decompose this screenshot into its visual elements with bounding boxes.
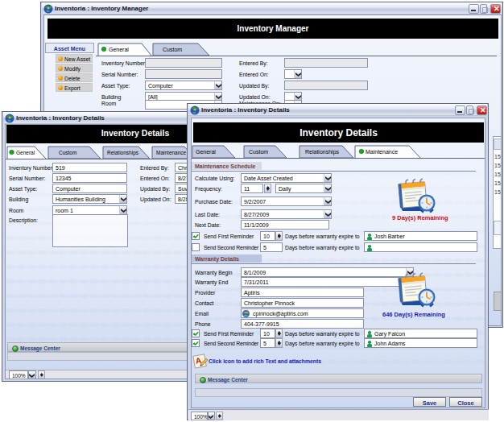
svg-text:Custom: Custom — [249, 149, 268, 155]
svg-text:Custom: Custom — [163, 47, 182, 52]
svg-text:General: General — [16, 150, 35, 155]
svg-text:Maintenance: Maintenance — [366, 149, 398, 155]
svg-text:Maintenance: Maintenance — [156, 150, 187, 155]
svg-text:Custom: Custom — [59, 150, 76, 155]
svg-text:General: General — [109, 47, 129, 52]
svg-text:General: General — [196, 149, 216, 155]
svg-text:Relationships: Relationships — [107, 150, 139, 156]
svg-text:Relationships: Relationships — [305, 149, 340, 155]
